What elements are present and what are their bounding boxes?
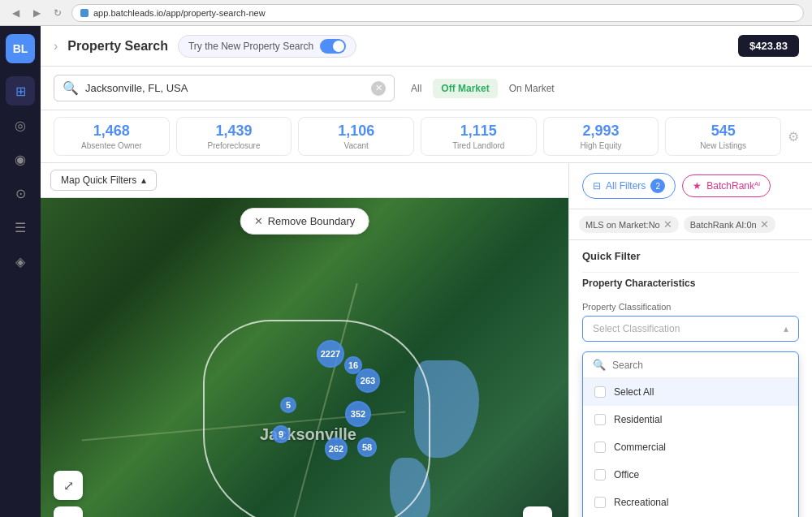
mls-tag-remove[interactable]: ✕ bbox=[663, 218, 672, 230]
map-quick-filters-button[interactable]: Map Quick Filters ▴ bbox=[50, 170, 157, 191]
back-button[interactable]: ◀ bbox=[8, 6, 23, 20]
clear-search-button[interactable]: ✕ bbox=[371, 81, 386, 96]
stat-tired-landlord[interactable]: 1,115 Tired Landlord bbox=[421, 117, 537, 156]
dropdown-search-icon: 🔍 bbox=[593, 359, 606, 371]
tab-off-market[interactable]: Off Market bbox=[433, 79, 497, 98]
stat-high-equity-label: High Equity bbox=[551, 141, 652, 150]
sidebar: BL ⊞ ◎ ◉ ⊙ ☰ ◈ bbox=[0, 26, 41, 517]
reload-button[interactable]: ↻ bbox=[50, 6, 65, 20]
classification-option-office[interactable]: Office bbox=[583, 461, 798, 489]
stats-gear-icon[interactable]: ⚙ bbox=[788, 129, 799, 144]
stat-vacant[interactable]: 1,106 Vacant bbox=[298, 117, 414, 156]
map-draw-button[interactable]: ✏ bbox=[54, 506, 83, 517]
select-classification-placeholder: Select Classification bbox=[593, 323, 680, 334]
classification-option-recreational[interactable]: Recreational bbox=[583, 489, 798, 516]
map-cluster-9[interactable]: 9 bbox=[272, 425, 290, 443]
stat-absentee-owner[interactable]: 1,468 Absentee Owner bbox=[54, 117, 170, 156]
try-new-badge[interactable]: Try the New Property Search bbox=[178, 35, 356, 58]
stat-preforeclosure[interactable]: 1,439 Preforeclosure bbox=[176, 117, 292, 156]
map-background[interactable]: Jacksonville ©1994 Google 2227 263 352 2… bbox=[41, 198, 568, 517]
credit-badge[interactable]: $423.83 bbox=[738, 35, 799, 57]
sidebar-logo[interactable]: BL bbox=[6, 34, 35, 63]
tab-all[interactable]: All bbox=[403, 79, 430, 98]
mls-filter-tag[interactable]: MLS on Market:No ✕ bbox=[579, 216, 679, 233]
stats-row: 1,468 Absentee Owner 1,439 Preforeclosur… bbox=[41, 110, 812, 163]
batchrank-tag-label: BatchRank AI:0n bbox=[690, 220, 757, 230]
map-area: Map Quick Filters ▴ Jacksonville ©1994 G… bbox=[41, 163, 568, 517]
remove-boundary-button[interactable]: ✕ Remove Boundary bbox=[240, 208, 369, 235]
property-classification-label: Property Classification bbox=[582, 302, 799, 312]
filter-panel: ⊟ All Filters 2 ★ BatchRankᴬᴵ MLS on Mar… bbox=[568, 163, 812, 517]
batchrank-button[interactable]: ★ BatchRankᴬᴵ bbox=[682, 174, 771, 197]
stat-tired-landlord-number: 1,115 bbox=[428, 123, 529, 140]
mls-tag-label: MLS on Market:No bbox=[585, 220, 660, 230]
map-expand-button[interactable]: ⤢ bbox=[54, 471, 83, 500]
classification-dropdown: 🔍 Select All Residential bbox=[582, 351, 799, 517]
batchrank-filter-tag[interactable]: BatchRank AI:0n ✕ bbox=[684, 216, 775, 233]
sidebar-item-search[interactable]: ◎ bbox=[6, 110, 35, 140]
quick-filter-title: Quick Filter bbox=[582, 250, 799, 262]
stat-high-equity-number: 2,993 bbox=[551, 123, 652, 140]
classification-option-residential[interactable]: Residential bbox=[583, 406, 798, 433]
stat-new-listings-label: New Listings bbox=[672, 141, 774, 150]
map-cluster-352[interactable]: 352 bbox=[345, 401, 371, 427]
search-area: 🔍 ✕ All Off Market On Market bbox=[41, 67, 812, 110]
map-cluster-58[interactable]: 58 bbox=[357, 437, 377, 457]
forward-button[interactable]: ▶ bbox=[29, 6, 44, 20]
map-cluster-16[interactable]: 16 bbox=[344, 356, 362, 374]
recreational-checkbox[interactable] bbox=[594, 497, 606, 508]
stat-new-listings[interactable]: 545 New Listings bbox=[665, 117, 781, 156]
sidebar-item-tasks[interactable]: ☰ bbox=[6, 213, 35, 242]
select-all-label: Select All bbox=[614, 386, 654, 398]
page-title: Property Search bbox=[67, 39, 168, 54]
select-all-checkbox[interactable] bbox=[594, 386, 606, 398]
favicon-icon bbox=[80, 9, 89, 17]
all-filters-label: All Filters bbox=[606, 180, 646, 192]
filter-body: Quick Filter Property Characteristics Pr… bbox=[569, 240, 812, 517]
stat-high-equity[interactable]: 2,993 High Equity bbox=[543, 117, 659, 156]
classification-select[interactable]: Select Classification ▴ bbox=[582, 316, 799, 342]
tab-on-market[interactable]: On Market bbox=[501, 79, 563, 98]
map-toolbar: Map Quick Filters ▴ bbox=[41, 163, 568, 198]
commercial-checkbox[interactable] bbox=[594, 442, 606, 453]
recreational-label: Recreational bbox=[614, 497, 668, 508]
dropdown-search-bar: 🔍 bbox=[583, 352, 798, 378]
chevron-icon: › bbox=[54, 39, 58, 54]
office-checkbox[interactable] bbox=[594, 469, 606, 480]
all-filters-button[interactable]: ⊟ All Filters 2 bbox=[582, 173, 676, 199]
url-text: app.batchleads.io/app/property-search-ne… bbox=[93, 8, 266, 18]
new-property-toggle[interactable] bbox=[320, 39, 346, 54]
map-cluster-5[interactable]: 5 bbox=[280, 397, 296, 413]
stat-absentee-owner-label: Absentee Owner bbox=[61, 141, 162, 150]
stat-absentee-owner-number: 1,468 bbox=[61, 123, 162, 140]
sidebar-item-tags[interactable]: ◈ bbox=[6, 247, 35, 276]
map-cluster-263[interactable]: 263 bbox=[356, 368, 380, 393]
map-cluster-2227[interactable]: 2227 bbox=[317, 340, 344, 368]
search-icon: 🔍 bbox=[63, 80, 79, 96]
classification-search-input[interactable] bbox=[612, 360, 788, 371]
stat-new-listings-number: 545 bbox=[672, 123, 774, 140]
batchrank-tag-remove[interactable]: ✕ bbox=[760, 218, 769, 230]
residential-label: Residential bbox=[614, 414, 662, 425]
map-zoom-in-button[interactable]: + bbox=[523, 506, 552, 517]
location-search-box[interactable]: 🔍 ✕ bbox=[54, 75, 395, 101]
stat-vacant-label: Vacant bbox=[305, 141, 407, 150]
stat-vacant-number: 1,106 bbox=[305, 123, 407, 140]
sidebar-item-grid[interactable]: ⊞ bbox=[6, 76, 35, 106]
batchrank-icon: ★ bbox=[693, 180, 702, 192]
filter-header: ⊟ All Filters 2 ★ BatchRankᴬᴵ bbox=[569, 163, 812, 209]
location-search-input[interactable] bbox=[85, 82, 365, 94]
market-tabs: All Off Market On Market bbox=[403, 79, 563, 98]
classification-option-select-all[interactable]: Select All bbox=[583, 378, 798, 406]
map-quick-filters-label: Map Quick Filters bbox=[61, 174, 136, 186]
sidebar-item-location[interactable]: ◉ bbox=[6, 144, 35, 174]
map-cluster-262[interactable]: 262 bbox=[325, 437, 348, 460]
app-header: › Property Search Try the New Property S… bbox=[41, 26, 812, 67]
sidebar-item-people[interactable]: ⊙ bbox=[6, 179, 35, 208]
residential-checkbox[interactable] bbox=[594, 414, 606, 425]
classification-chevron-up-icon: ▴ bbox=[784, 323, 788, 334]
classification-option-commercial[interactable]: Commercial bbox=[583, 433, 798, 461]
chevron-up-icon: ▴ bbox=[141, 174, 146, 186]
batchrank-label: BatchRankᴬᴵ bbox=[706, 180, 760, 192]
stat-tired-landlord-label: Tired Landlord bbox=[428, 141, 529, 150]
